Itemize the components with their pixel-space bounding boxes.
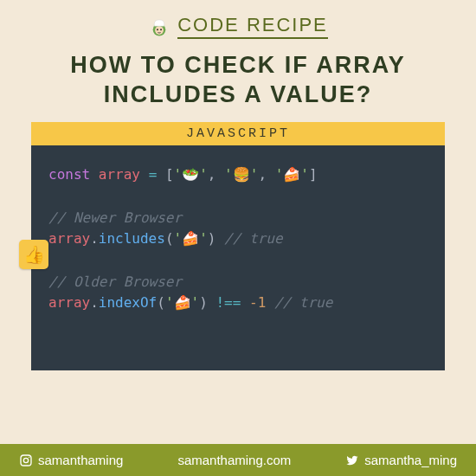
comment-line: // Newer Browser [48,208,428,228]
instagram-text: samanthaming [38,453,123,467]
code-block: const array = ['🥗', '🍔', '🍰'] // Newer B… [31,145,445,370]
comment-line: // Older Browser [48,272,428,293]
svg-point-2 [157,29,158,30]
svg-point-6 [29,456,29,457]
brand-row: CODE RECIPE [0,0,476,46]
thumbs-up-badge: 👍 [19,240,48,269]
code-line: array.includes('🍰') // true [48,228,428,249]
bracket-open: [ [165,166,174,183]
operator-eq: = [149,166,158,183]
identifier-array: array [48,230,90,247]
code-line: array.indexOf('🍰') !== -1 // true [48,293,428,313]
string-item: '🍔' [224,166,258,183]
footer: samanthaming samanthaming.com samantha_m… [0,444,476,476]
string-arg: '🍰' [174,230,208,247]
fn-includes: includes [99,230,165,247]
keyword-const: const [48,166,90,183]
string-item: '🥗' [174,166,208,183]
page-title: HOW TO CHECK IF ARRAY INCLUDES A VALUE? [0,46,476,122]
site-link[interactable]: samanthaming.com [177,453,291,467]
identifier-array: array [99,166,140,183]
svg-point-3 [160,29,162,30]
twitter-text: samantha_ming [364,453,457,467]
twitter-icon [345,453,359,467]
code-card: JAVASCRIPT const array = ['🥗', '🍔', '🍰']… [0,122,476,445]
string-arg: '🍰' [165,294,199,311]
svg-point-5 [23,458,28,462]
fn-indexof: indexOf [99,294,157,311]
number-literal: -1 [249,294,266,311]
bracket-close: ] [309,166,318,183]
comment-inline: // true [274,294,332,311]
string-item: '🍰' [275,166,309,183]
brand-label: CODE RECIPE [177,14,328,39]
identifier-array: array [48,294,90,311]
code-section-newer: // Newer Browser array.includes('🍰') // … [48,208,428,249]
svg-rect-4 [21,455,31,466]
code-header: JAVASCRIPT [31,122,445,145]
operator-neq: !== [215,294,241,311]
code-line: const array = ['🥗', '🍔', '🍰'] [48,164,428,185]
comment-inline: // true [224,230,282,247]
twitter-handle[interactable]: samantha_ming [345,453,457,467]
thumbs-up-icon: 👍 [23,244,45,265]
instagram-handle[interactable]: samanthaming [19,453,123,467]
chef-icon [148,16,170,38]
code-section-older: // Older Browser array.indexOf('🍰') !== … [48,272,428,313]
instagram-icon [19,453,33,467]
